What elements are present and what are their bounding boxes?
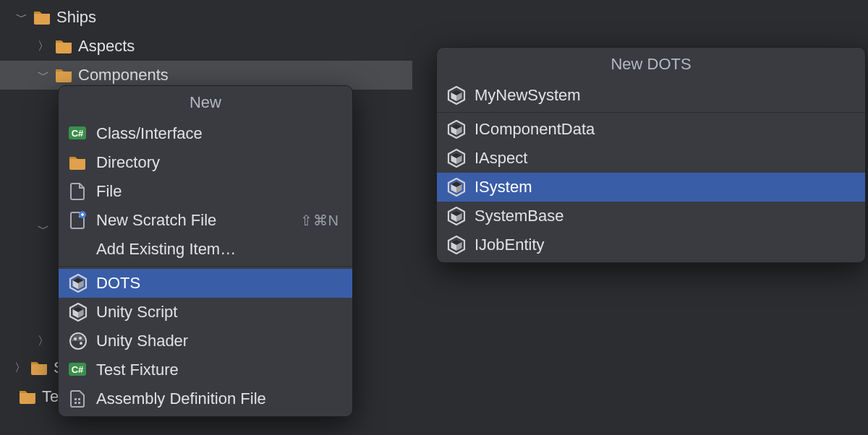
unity-icon <box>447 178 466 197</box>
menu-item-asmdef[interactable]: Assembly Definition File <box>59 384 352 413</box>
menu-item-dots[interactable]: DOTS <box>59 269 352 298</box>
menu-item-fixture[interactable]: Test Fixture <box>59 356 352 384</box>
menu-item-icompdat[interactable]: IComponentData <box>437 115 865 144</box>
menu-item-uscript[interactable]: Unity Script <box>59 298 352 327</box>
menu-item-label: Unity Script <box>96 303 177 322</box>
unity-icon <box>447 120 466 139</box>
unity-icon <box>447 236 466 254</box>
chevron-down-icon[interactable]: ﹀ <box>36 68 51 83</box>
asmdef-icon <box>69 389 88 408</box>
folder-icon <box>33 8 52 27</box>
menu-separator <box>437 112 865 113</box>
chevron-right-icon[interactable]: 〉 <box>36 39 51 54</box>
menu-item-label: IJobEntity <box>475 236 545 254</box>
menu-item-isystem[interactable]: ISystem <box>437 173 865 202</box>
menu-item-mynew[interactable]: MyNewSystem <box>437 81 865 110</box>
csharp-icon <box>69 124 88 143</box>
tree-item-label: Ships <box>56 8 96 27</box>
menu-item-label: Class/Interface <box>96 124 203 143</box>
menu-item-label: IComponentData <box>475 120 595 139</box>
unity-icon <box>69 303 88 322</box>
menu-item-scratch[interactable]: New Scratch File⇧⌘N <box>59 206 352 235</box>
chevron-right-icon[interactable]: 〉 <box>14 361 26 376</box>
chevron-down-icon[interactable]: ﹀ <box>36 222 51 237</box>
folder-icon <box>55 66 74 85</box>
tree-item-label: Textures <box>42 387 58 406</box>
menu-item-label: File <box>96 182 122 201</box>
menu-item-label: Test Fixture <box>96 361 179 379</box>
menu-item-dir[interactable]: Directory <box>59 148 352 177</box>
menu-item-ushader[interactable]: Unity Shader <box>59 327 352 356</box>
menu-item-label: SystemBase <box>475 207 564 225</box>
menu-item-sysbase[interactable]: SystemBase <box>437 202 865 231</box>
tree-item-ships[interactable]: ﹀Ships <box>0 3 412 32</box>
folder-icon <box>30 358 49 377</box>
folder-icon <box>55 37 74 56</box>
menu-title: New <box>59 86 352 119</box>
scratch-icon <box>69 211 88 230</box>
menu-item-label: New Scratch File <box>96 211 216 230</box>
menu-separator <box>59 266 352 267</box>
tree-item-settings[interactable]: 〉Settings <box>0 353 58 382</box>
folder-icon <box>69 153 88 172</box>
tree-item-label: Aspects <box>78 37 135 56</box>
menu-item-class[interactable]: Class/Interface <box>59 119 352 148</box>
context-menu-new: New Class/InterfaceDirectoryFileNew Scra… <box>58 85 353 417</box>
unity-icon <box>447 86 466 105</box>
menu-item-addexist[interactable]: Add Existing Item… <box>59 235 352 264</box>
menu-item-label: DOTS <box>96 274 140 293</box>
menu-item-file[interactable]: File <box>59 177 352 206</box>
shader-icon <box>69 332 88 350</box>
tree-item-aspects[interactable]: 〉Aspects <box>0 32 412 61</box>
unity-icon <box>447 207 466 225</box>
csharp-icon <box>69 361 88 379</box>
unity-icon <box>447 149 466 168</box>
menu-item-label: Add Existing Item… <box>96 240 236 259</box>
menu-item-label: Assembly Definition File <box>96 389 266 408</box>
chevron-down-icon[interactable]: ﹀ <box>14 10 29 25</box>
tree-item-label: Components <box>78 66 169 85</box>
submenu-new-dots: New DOTS MyNewSystemIComponentDataIAspec… <box>436 47 866 263</box>
file-icon <box>69 182 88 201</box>
menu-item-label: Unity Shader <box>96 332 188 350</box>
menu-item-label: Directory <box>96 153 160 172</box>
menu-item-ijobent[interactable]: IJobEntity <box>437 231 865 259</box>
chevron-right-icon[interactable]: 〉 <box>36 334 51 349</box>
tree-item-textures[interactable]: Textures <box>0 382 58 411</box>
unity-icon <box>69 274 88 293</box>
folder-icon <box>19 387 38 406</box>
menu-item-label: IAspect <box>475 149 527 168</box>
menu-item-iaspect[interactable]: IAspect <box>437 144 865 173</box>
menu-item-shortcut: ⇧⌘N <box>300 212 339 229</box>
menu-title: New DOTS <box>437 48 865 81</box>
menu-item-label: MyNewSystem <box>475 86 581 105</box>
menu-item-label: ISystem <box>475 178 532 197</box>
